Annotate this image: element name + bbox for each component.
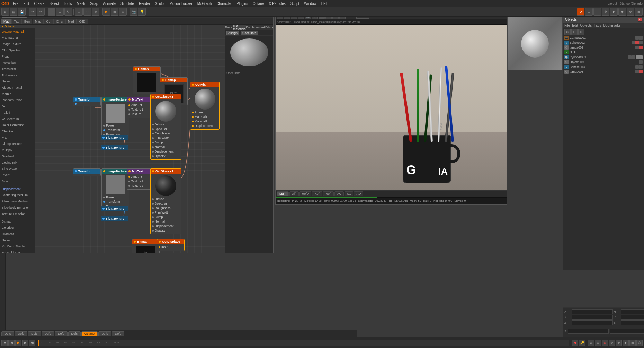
rp-menu-tags[interactable]: Tags [594,24,601,27]
mat-w-spectrum[interactable]: W Spectrum [0,116,35,122]
mat-blackbody-emission[interactable]: Blackbody Emission [0,205,35,211]
node-floattexture1[interactable]: FloatTexture [101,135,128,140]
mat-mix[interactable]: Mix [0,134,35,141]
tab-defs8[interactable]: Defs [112,331,125,336]
menu-plugins[interactable]: Plugins [235,2,249,6]
rp-menu-objects[interactable]: Objects [580,24,592,27]
light-btn[interactable]: 💡 [138,8,146,16]
tab-octane[interactable]: Octane [81,331,98,336]
mat-rlgo-spectrum[interactable]: Rlgo Spectrum [0,47,35,53]
mat-displacement[interactable]: Displacement [0,186,35,192]
mat-colorizer[interactable]: Colorizer [0,225,35,231]
node-floattexture4[interactable]: FloatTexture [101,216,128,221]
mat-gradient2[interactable]: Gradient [0,231,35,237]
open-btn[interactable]: ▤ [10,8,17,16]
cam-icon[interactable]: ◉ [618,8,626,16]
scene-item-tampa003[interactable]: ⬡ tampa003 [563,69,644,74]
lv-extra-btn2[interactable]: ⊞ [595,340,601,346]
mat-transform[interactable]: Transform [0,66,35,72]
lv-tab-u1[interactable]: U1 [345,191,354,196]
node-octdisplace[interactable]: OctDisplace Input [157,239,185,251]
rp-menu-bookmarks[interactable]: Bookmarks [603,24,620,27]
lv-tab-refd[interactable]: RefD [299,191,312,196]
rotate-btn[interactable]: ↻ [64,8,72,16]
mat-float[interactable]: Float [0,53,35,60]
node-octmix[interactable]: OctMix Amount Material1 Material2 Displa… [190,82,220,130]
playback-to-start[interactable]: ⏮ [1,340,8,346]
mat-projection[interactable]: Projection [0,60,35,66]
b-input[interactable] [621,320,644,325]
p-input[interactable] [621,315,644,320]
ne-tab-gen[interactable]: Gen [21,19,32,24]
playback-to-end[interactable]: ⏭ [29,340,35,346]
scene-item-tampa002[interactable]: ⬡ tampa002 [563,45,644,50]
mat-image-texture[interactable]: Image Texture [0,41,35,47]
playback-play[interactable]: ▶ [15,340,21,346]
ne-tab-mat[interactable]: Mat [1,19,11,24]
tab-defs1[interactable]: Defs [1,331,14,336]
menu-file[interactable]: File [12,2,19,6]
lv-extra-btn7[interactable]: ⊞ [629,340,636,346]
lv-extra-btn6[interactable]: ▶ [623,340,629,346]
settings-icon[interactable]: ⚙ [602,8,609,16]
node-floattexture2[interactable]: FloatTexture [101,145,128,150]
octane-icon[interactable]: O [577,8,584,16]
menu-render[interactable]: Render [138,2,151,6]
user-data-btn[interactable]: User Data [241,31,258,35]
select-all-btn[interactable]: □ [75,8,83,16]
menu-mesh[interactable]: Mesh [76,2,86,6]
render-region-btn[interactable]: ⊞ [111,8,118,16]
mat-dirt[interactable]: Dirt [0,103,35,110]
node-bitmap-top[interactable]: Bitmap [133,66,161,94]
mat-sine-wave[interactable]: Sine Wave [0,166,35,172]
mat-texture-emission[interactable]: Texture Emission [0,211,35,217]
mat-falloff[interactable]: Falloff [0,110,35,116]
tab-defs6[interactable]: Defs [68,331,81,336]
mat-absorption-medium[interactable]: Absorption Medium [0,198,35,205]
menu-sculpt[interactable]: Sculpt [154,2,166,6]
node-imagetexture1[interactable]: ImageTexture Power Transform Projection [101,97,129,138]
mat-side[interactable]: Side [0,178,35,184]
live-icon[interactable]: ▶ [610,8,618,16]
rp-btn-2[interactable]: ⊟ [571,29,578,35]
scene-item-null4[interactable]: + Null4 [563,50,644,55]
sy-input[interactable] [610,329,644,334]
mat-checker[interactable]: Checker [0,128,35,134]
rp-btn-3[interactable]: ⊞ [578,29,584,35]
node-imagetexture2[interactable]: ImageTexture Power Transform Projection [101,168,129,210]
mat-color-correction[interactable]: Color Correction [0,122,35,128]
mat-mix-material[interactable]: Mix Material [0,35,35,41]
mat-gradient[interactable]: Gradient [0,153,35,159]
mat-octane-material[interactable]: Octane Material [0,28,35,35]
redo-btn[interactable]: ↪ [37,8,45,16]
scene-item-object009[interactable]: ⬡ Object009 [563,60,644,64]
move-btn[interactable]: ↔ [48,8,55,16]
y-input[interactable] [572,315,613,320]
ne-tab-c4d[interactable]: C4D [77,19,88,24]
lv-extra-btn4[interactable]: ⊙ [609,340,615,346]
ne-right-tab-basic[interactable]: Basic [225,25,233,30]
node-bitmap-bottom[interactable]: Bitmap img [132,239,160,253]
save-btn[interactable]: 💾 [18,8,26,16]
menu-help[interactable]: Help [320,2,330,6]
menu-window[interactable]: Window [303,2,317,6]
timeline-track[interactable]: 74 76 78 80 82 84 86 88 90 ey 9 [38,340,569,346]
live-viewer-canvas[interactable]: G IA ZNOX [276,25,507,190]
node-octglossy1[interactable]: OctGlossy.1 Diffuse Specular Roughness F… [150,94,181,160]
node-transform1[interactable]: Transform [73,97,101,106]
menu-snap[interactable]: Snap [89,2,99,6]
tab-defs5[interactable]: Defs [55,331,68,336]
extra-icon1[interactable]: ⊕ [627,8,634,16]
deselect-btn[interactable]: ◇ [83,8,91,16]
node-floattexture3[interactable]: FloatTexture [101,206,128,211]
mat-cosine-mix[interactable]: Cosine Mix [0,159,35,166]
playback-prev-frame[interactable]: ◀ [8,340,15,346]
select-inv-btn[interactable]: ◈ [92,8,99,16]
scene-item-cylinder003[interactable]: ⬤ Cylinder003 [563,55,644,60]
extra-icon2[interactable]: ⊞ [635,8,643,16]
lv-tab-refr[interactable]: Refr [323,191,334,196]
menu-simulate[interactable]: Simulate [119,2,135,6]
lv-tab-refl[interactable]: Refl [312,191,322,196]
rp-menu-file[interactable]: File [564,24,570,27]
rp-close[interactable]: × [638,18,642,22]
